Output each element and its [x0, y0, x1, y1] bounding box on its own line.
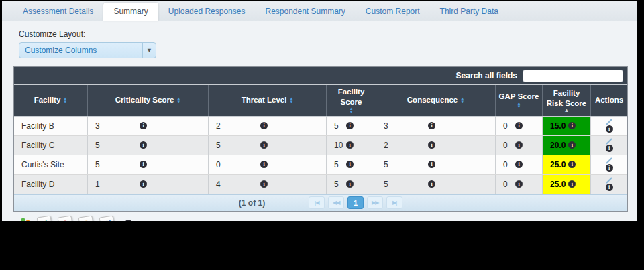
tab-assessment-details[interactable]: Assessment Details: [13, 1, 103, 21]
facility-risk-score-cell: 15.0: [543, 117, 591, 135]
sort-icon: ▲▼: [460, 97, 464, 104]
tab-uploaded-responses[interactable]: Uploaded Responses: [158, 1, 256, 21]
info-icon[interactable]: [515, 161, 523, 168]
threat-level-cell: 0: [209, 155, 327, 174]
info-icon[interactable]: [346, 122, 354, 129]
search-label: Search all fields: [456, 71, 517, 80]
cell-value: 5: [95, 160, 105, 170]
threat-level-cell: 2: [209, 117, 327, 135]
info-icon[interactable]: [428, 141, 435, 149]
info-icon[interactable]: [515, 180, 523, 188]
column-header-facility-risk-score[interactable]: Facility Risk Score ▲: [543, 85, 591, 116]
current-page-button[interactable]: 1: [347, 196, 364, 209]
info-icon[interactable]: [140, 161, 147, 168]
dropdown-selected-value: Customize Columns: [19, 46, 142, 55]
threat-level-cell: 5: [209, 136, 327, 155]
column-label: Facility Score: [329, 87, 373, 107]
table-row: Facility C 5 5 10 2 0 20.0: [14, 136, 627, 155]
info-icon[interactable]: [140, 141, 147, 149]
info-icon[interactable]: [515, 122, 523, 129]
cell-value: 1: [95, 180, 105, 189]
sort-icon: ▲▼: [289, 97, 293, 104]
column-header-gap-score[interactable]: GAP Score ▲▼: [496, 85, 543, 116]
column-header-facility-score[interactable]: Facility Score ▲▼: [327, 85, 376, 116]
cell-value: 25.0: [550, 180, 566, 189]
column-header-criticality-score[interactable]: Criticality Score ▲▼: [88, 85, 209, 116]
export-powerpoint-icon[interactable]: P: [78, 216, 95, 221]
cell-value: 0: [216, 160, 225, 170]
info-icon[interactable]: [346, 141, 354, 149]
info-icon[interactable]: [568, 161, 576, 168]
export-excel-icon[interactable]: X: [37, 216, 53, 221]
facilities-table: Search all fields Facility ▲▼ Criticalit…: [13, 66, 628, 212]
column-header-consequence[interactable]: Consequence ▲▼: [376, 85, 496, 116]
table-body: Facility B 3 2 5 3 0 15.0 Facility C 5 5…: [14, 117, 627, 194]
column-header-actions: Actions: [591, 85, 627, 116]
sort-asc-icon: ▲: [545, 109, 588, 113]
cell-value: 10: [334, 141, 343, 150]
search-input[interactable]: [523, 70, 623, 82]
consequence-cell: 3: [376, 117, 496, 135]
tab-respondent-summary[interactable]: Respondent Summary: [255, 1, 355, 21]
export-word-icon[interactable]: W: [99, 216, 115, 221]
info-icon[interactable]: [568, 122, 576, 129]
facility-score-cell: 5: [327, 117, 376, 135]
tab-summary[interactable]: Summary: [103, 3, 158, 21]
criticality-score-cell: 5: [88, 155, 209, 174]
edit-pencil-icon[interactable]: [605, 119, 613, 125]
edit-pencil-icon[interactable]: [605, 157, 613, 164]
info-icon[interactable]: [260, 161, 268, 168]
facility-cell: Facility B: [14, 117, 88, 135]
actions-cell: [591, 155, 627, 174]
edit-pencil-icon[interactable]: [605, 138, 613, 145]
facility-cell: Curtis's Site: [14, 155, 88, 174]
actions-cell: [591, 175, 627, 194]
info-icon[interactable]: [568, 141, 576, 149]
cell-value: 5: [216, 141, 225, 150]
facility-cell: Facility D: [14, 175, 88, 194]
info-icon[interactable]: [428, 180, 435, 188]
column-label: Criticality Score: [115, 95, 174, 105]
last-page-button[interactable]: ▶|: [386, 196, 402, 209]
info-icon[interactable]: [346, 161, 354, 168]
info-icon[interactable]: [428, 122, 435, 129]
facility-score-cell: 10: [327, 136, 376, 155]
export-pdf-icon[interactable]: A: [58, 216, 74, 221]
info-icon[interactable]: [515, 141, 523, 149]
first-page-button[interactable]: |◀: [309, 196, 325, 209]
info-icon[interactable]: [606, 125, 613, 133]
tab-third-party-data[interactable]: Third Party Data: [430, 1, 508, 21]
sort-icon: ▲▼: [63, 97, 67, 104]
info-icon[interactable]: [140, 122, 147, 129]
facility-cell: Facility C: [14, 136, 88, 155]
edit-pencil-icon[interactable]: [605, 177, 613, 184]
export-chart-icon[interactable]: [16, 216, 31, 221]
prev-page-button[interactable]: ◀◀: [328, 196, 344, 209]
next-page-button[interactable]: ▶▶: [367, 196, 383, 209]
info-icon[interactable]: [346, 180, 354, 188]
criticality-score-cell: 1: [88, 175, 209, 194]
criticality-score-cell: 5: [88, 136, 209, 155]
info-icon[interactable]: [260, 122, 268, 129]
info-icon[interactable]: [606, 145, 613, 152]
info-icon[interactable]: [260, 180, 268, 188]
table-row: Facility D 1 4 5 5 0 25.0: [14, 175, 627, 194]
customize-columns-dropdown[interactable]: Customize Columns ▼: [19, 42, 156, 58]
customize-layout-section: Customize Layout: Customize Columns ▼: [19, 29, 637, 58]
info-icon[interactable]: [260, 141, 268, 149]
consequence-cell: 2: [376, 136, 496, 155]
column-header-facility[interactable]: Facility ▲▼: [14, 85, 88, 116]
consequence-cell: 5: [376, 155, 496, 174]
info-icon[interactable]: [568, 180, 576, 188]
sort-icon: ▲▼: [517, 102, 521, 109]
info-icon[interactable]: [428, 161, 435, 168]
gap-score-cell: 0: [496, 175, 543, 194]
cell-value: 0: [503, 180, 513, 189]
tab-custom-report[interactable]: Custom Report: [356, 1, 430, 21]
cell-value: 5: [334, 160, 343, 170]
info-icon[interactable]: [606, 164, 613, 172]
info-icon[interactable]: [606, 184, 613, 191]
column-header-threat-level[interactable]: Threat Level ▲▼: [209, 85, 327, 116]
chevron-down-icon[interactable]: ▼: [142, 43, 156, 58]
info-icon[interactable]: [140, 180, 147, 188]
